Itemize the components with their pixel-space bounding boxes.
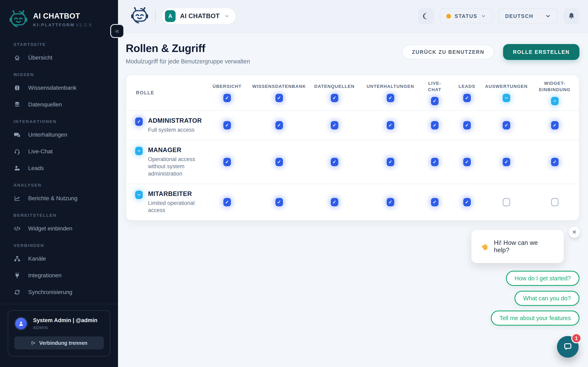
permission-checkbox-auswertungen[interactable]: ✓ — [503, 121, 510, 129]
chat-close-button[interactable]: ✕ — [569, 227, 580, 238]
permission-checkbox-widget-einbindung[interactable] — [551, 198, 559, 206]
sidebar-item-widget-einbinden[interactable]: Widget einbinden — [0, 220, 118, 237]
sidebar-section-startseite: STARTSEITE — [0, 36, 118, 49]
column-toggle-checkbox[interactable]: ✓ — [331, 94, 338, 102]
column-toggle-checkbox[interactable]: ✓ — [276, 94, 283, 102]
sidebar-item-label: Integrationen — [28, 272, 61, 279]
language-select[interactable]: DEUTSCH — [498, 8, 558, 24]
sidebar-section-analysen: ANALYSEN — [0, 176, 118, 190]
role-select-checkbox[interactable]: − — [135, 147, 143, 155]
disconnect-button[interactable]: Verbindung trennen — [14, 336, 104, 350]
permission-cell: ✓ — [202, 121, 252, 129]
role-description: Full system access — [148, 126, 202, 134]
back-to-users-button[interactable]: ZURÜCK ZU BENUTZERN — [402, 45, 494, 59]
chevron-down-icon — [481, 14, 486, 18]
sidebar-item-berichte-nutzung[interactable]: Berichte & Nutzung — [0, 190, 118, 207]
roles-table: ROLLE ÜBERSICHT✓WISSENSDATENBANK✓DATENQU… — [126, 75, 579, 221]
robot-logo-icon — [130, 6, 149, 26]
sidebar-item-kan-le[interactable]: Kanäle — [0, 250, 118, 267]
role-select-checkbox[interactable]: − — [135, 191, 143, 199]
permission-cell: ✓ — [202, 158, 252, 166]
permission-checkbox-live-chat[interactable]: ✓ — [431, 158, 439, 166]
column-header-bersicht: ÜBERSICHT✓ — [202, 78, 252, 107]
user-role: ADMIN — [33, 325, 97, 330]
close-icon: ✕ — [572, 229, 577, 235]
permission-checkbox-leads[interactable]: ✓ — [463, 158, 471, 166]
column-header-datenquellen: DATENQUELLEN✓ — [306, 78, 363, 107]
column-toggle-checkbox[interactable]: − — [503, 94, 510, 102]
sidebar-item-label: Kanäle — [28, 256, 46, 262]
chevron-down-icon — [224, 13, 229, 19]
sidebar-section-bereitstellen: BEREITSTELLEN — [0, 207, 118, 220]
sidebar-item-label: Widget einbinden — [28, 225, 72, 232]
permission-checkbox-datenquellen[interactable]: ✓ — [331, 158, 338, 166]
avatar — [14, 317, 28, 330]
chat-icon — [13, 131, 21, 138]
permission-checkbox-live-chat[interactable]: ✓ — [431, 198, 439, 206]
table-header-row: ROLLE ÜBERSICHT✓WISSENSDATENBANK✓DATENQU… — [126, 75, 579, 110]
column-header-unterhaltungen: UNTERHALTUNGEN✓ — [363, 78, 418, 107]
column-label: UNTERHALTUNGEN — [366, 83, 414, 90]
column-toggle-checkbox[interactable]: ✓ — [431, 97, 439, 105]
permission-checkbox-wissensdatenbank[interactable]: ✓ — [276, 158, 283, 166]
sidebar-item-synchronisierung[interactable]: Synchronisierung — [0, 284, 118, 300]
permission-checkbox-leads[interactable]: ✓ — [463, 121, 471, 129]
column-toggle-checkbox[interactable]: − — [551, 97, 559, 105]
quick-reply-tell-me-about-your-features[interactable]: Tell me about your features — [491, 310, 579, 325]
sidebar-item-label: Live-Chat — [28, 148, 53, 155]
permission-checkbox-bersicht[interactable]: ✓ — [223, 121, 231, 129]
sidebar-item-integrationen[interactable]: Integrationen — [0, 267, 118, 284]
sidebar-item-datenquellen[interactable]: Datenquellen — [0, 96, 118, 113]
home-icon — [13, 54, 21, 61]
user-name: System Admin | @admin — [33, 317, 97, 324]
permission-checkbox-widget-einbindung[interactable]: ✓ — [551, 121, 559, 129]
sidebar-item-wissensdatenbank[interactable]: Wissensdatenbank — [0, 80, 118, 96]
sidebar-item-leads[interactable]: Leads — [0, 160, 118, 176]
quick-reply-how-do-i-get-started[interactable]: How do I get started? — [506, 271, 579, 286]
permission-cell: ✓ — [306, 121, 363, 129]
permission-checkbox-auswertungen[interactable]: ✓ — [503, 158, 510, 166]
notifications-button[interactable] — [563, 8, 579, 24]
table-row-manager: −MANAGEROperational access without syste… — [126, 140, 579, 184]
column-label: LIVE- CHAT — [428, 80, 441, 93]
wave-icon — [481, 242, 489, 251]
bell-icon — [567, 12, 576, 20]
permission-checkbox-wissensdatenbank[interactable]: ✓ — [276, 198, 283, 206]
permission-checkbox-leads[interactable]: ✓ — [463, 198, 471, 206]
role-column-header: ROLLE — [126, 90, 202, 96]
column-toggle-checkbox[interactable]: ✓ — [463, 94, 471, 102]
column-toggle-checkbox[interactable]: ✓ — [223, 94, 231, 102]
permission-checkbox-unterhaltungen[interactable]: ✓ — [387, 121, 394, 129]
permission-cell: ✓ — [452, 158, 482, 166]
sidebar-collapse-button[interactable]: « — [110, 24, 124, 38]
column-label: DATENQUELLEN — [314, 83, 355, 90]
permission-checkbox-auswertungen[interactable] — [503, 198, 510, 206]
permission-checkbox-live-chat[interactable]: ✓ — [431, 121, 439, 129]
brand-subtitle: KI-PLATTFORM — [33, 22, 75, 27]
permission-checkbox-datenquellen[interactable]: ✓ — [331, 121, 338, 129]
permission-checkbox-bersicht[interactable]: ✓ — [223, 198, 231, 206]
robot-logo-icon — [9, 9, 28, 30]
status-dropdown[interactable]: STATUS — [440, 8, 493, 24]
sidebar-item-bersicht[interactable]: Übersicht — [0, 49, 118, 66]
role-select-checkbox[interactable]: ✓ — [135, 117, 143, 126]
column-label: ÜBERSICHT — [213, 83, 242, 90]
chat-greeting-text: Hi! How can we help? — [494, 239, 554, 254]
agent-selector[interactable]: A AI CHATBOT — [162, 8, 236, 25]
create-role-button[interactable]: ROLLE ERSTELLEN — [503, 44, 579, 60]
permission-checkbox-widget-einbindung[interactable]: ✓ — [551, 158, 559, 166]
theme-toggle-button[interactable] — [418, 8, 434, 24]
permission-checkbox-datenquellen[interactable]: ✓ — [331, 198, 338, 206]
permission-checkbox-wissensdatenbank[interactable]: ✓ — [276, 121, 283, 129]
quick-reply-what-can-you-do[interactable]: What can you do? — [515, 291, 579, 306]
language-value: DEUTSCH — [505, 13, 533, 19]
sidebar-item-unterhaltungen[interactable]: Unterhaltungen — [0, 126, 118, 143]
permission-checkbox-unterhaltungen[interactable]: ✓ — [387, 198, 394, 206]
permission-checkbox-unterhaltungen[interactable]: ✓ — [387, 158, 394, 166]
permission-checkbox-bersicht[interactable]: ✓ — [223, 158, 231, 166]
column-toggle-checkbox[interactable]: ✓ — [387, 94, 394, 102]
agent-label: AI CHATBOT — [180, 12, 220, 20]
permission-cell: ✓ — [252, 121, 306, 129]
sidebar-item-live-chat[interactable]: Live-Chat — [0, 143, 118, 160]
column-label: AUSWERTUNGEN — [485, 83, 528, 90]
